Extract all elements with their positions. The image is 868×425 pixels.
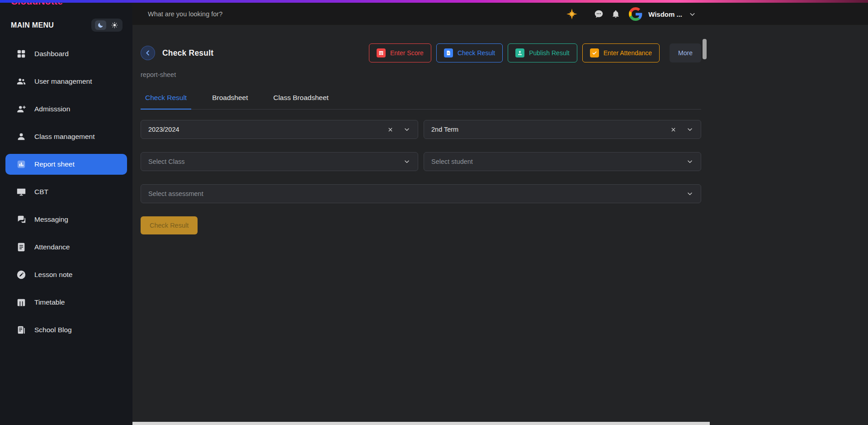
sidebar-item-user-management[interactable]: User management xyxy=(5,71,127,92)
term-select[interactable]: 2nd Term xyxy=(424,120,701,139)
person-icon xyxy=(16,132,26,142)
main-menu-label: MAIN MENU xyxy=(11,21,54,29)
check-result-button[interactable]: Check Result xyxy=(436,43,503,62)
sidebar-item-messaging[interactable]: Messaging xyxy=(5,209,127,230)
sidebar-item-admission[interactable]: Admisssion xyxy=(5,99,127,119)
tab-class-broadsheet[interactable]: Class Broadsheet xyxy=(269,94,333,110)
term-value: 2nd Term xyxy=(431,126,458,133)
sidebar-item-label: CBT xyxy=(34,188,48,196)
theme-toggle[interactable] xyxy=(91,19,123,32)
app-screen: CloudNotte MAIN MENU Dashboard xyxy=(0,0,868,425)
header: Wisdom ... xyxy=(132,3,868,25)
google-logo-icon[interactable] xyxy=(629,7,642,21)
check-result-submit-button[interactable]: Check Result xyxy=(141,216,198,234)
blog-document-icon xyxy=(16,325,26,335)
sparkle-icon[interactable] xyxy=(566,8,578,20)
sidebar-item-label: Report sheet xyxy=(34,160,75,168)
action-label: Enter Score xyxy=(390,49,424,57)
breadcrumb: report-sheet xyxy=(141,71,701,78)
vertical-scrollbar[interactable] xyxy=(703,39,707,59)
pencil-circle-icon xyxy=(16,270,26,280)
sun-icon[interactable] xyxy=(110,21,119,29)
class-placeholder: Select Class xyxy=(148,158,185,165)
person-add-icon xyxy=(16,104,26,114)
assessment-select[interactable]: Select assessment xyxy=(141,184,701,203)
sidebar-item-label: School Blog xyxy=(34,326,72,334)
page-title: Check Result xyxy=(162,48,213,58)
clear-icon[interactable] xyxy=(387,127,393,133)
bar-chart-icon xyxy=(16,159,26,169)
attendance-list-icon xyxy=(16,242,26,252)
chevron-down-icon[interactable] xyxy=(686,126,693,133)
search-input[interactable] xyxy=(148,10,338,18)
enter-score-button[interactable]: Enter Score xyxy=(369,43,431,62)
sidebar-item-label: Attendance xyxy=(34,243,70,251)
session-select[interactable]: 2023/2024 xyxy=(141,120,418,139)
dashboard-icon xyxy=(16,49,26,59)
sidebar-item-dashboard[interactable]: Dashboard xyxy=(5,43,127,64)
score-table-icon xyxy=(377,48,386,57)
sidebar-item-report-sheet[interactable]: Report sheet xyxy=(5,154,127,175)
chevron-down-icon[interactable] xyxy=(689,10,696,18)
chevron-down-icon[interactable] xyxy=(403,126,410,133)
enter-attendance-button[interactable]: Enter Attendance xyxy=(582,43,660,62)
sidebar-item-cbt[interactable]: CBT xyxy=(5,181,127,202)
sidebar-item-lesson-note[interactable]: Lesson note xyxy=(5,264,127,285)
chat-bubbles-icon xyxy=(16,215,26,224)
sidebar-menu: Dashboard User management Admisssion Cla… xyxy=(0,43,132,340)
tabs: Check Result Broadsheet Class Broadsheet xyxy=(141,94,701,110)
top-gradient-bar xyxy=(0,0,868,3)
chat-icon[interactable] xyxy=(594,10,604,19)
sidebar-item-label: Admisssion xyxy=(34,105,70,113)
chevron-down-icon[interactable] xyxy=(686,158,693,165)
session-value: 2023/2024 xyxy=(148,126,179,133)
sidebar-item-label: Class management xyxy=(34,133,95,141)
main-content: Check Result Enter Score Check Result xyxy=(132,25,868,425)
publish-result-button[interactable]: Publish Result xyxy=(508,43,577,62)
bell-icon[interactable] xyxy=(611,10,620,19)
users-icon xyxy=(16,76,26,86)
sidebar-item-class-management[interactable]: Class management xyxy=(5,126,127,147)
sidebar-item-school-blog[interactable]: School Blog xyxy=(5,320,127,340)
chevron-left-icon xyxy=(144,49,152,57)
student-select[interactable]: Select student xyxy=(424,152,701,171)
action-label: Publish Result xyxy=(529,49,570,57)
more-button[interactable]: More xyxy=(670,43,701,62)
assessment-placeholder: Select assessment xyxy=(148,190,203,197)
tab-check-result[interactable]: Check Result xyxy=(141,94,191,110)
class-select[interactable]: Select Class xyxy=(141,152,418,171)
chevron-down-icon[interactable] xyxy=(686,190,693,197)
back-button[interactable] xyxy=(141,46,155,60)
result-document-icon xyxy=(444,48,453,57)
user-name[interactable]: Wisdom ... xyxy=(648,10,682,18)
publish-upload-icon xyxy=(515,48,524,57)
table-grid-icon xyxy=(16,297,26,307)
tab-broadsheet[interactable]: Broadsheet xyxy=(208,94,252,110)
attendance-check-icon xyxy=(590,48,599,57)
chevron-down-icon[interactable] xyxy=(403,158,410,165)
sidebar-item-label: User management xyxy=(34,77,92,86)
action-label: Check Result xyxy=(458,49,495,57)
sidebar-item-attendance[interactable]: Attendance xyxy=(5,237,127,258)
sidebar: CloudNotte MAIN MENU Dashboard xyxy=(0,0,132,425)
action-label: Enter Attendance xyxy=(604,49,652,57)
student-placeholder: Select student xyxy=(431,158,473,165)
sidebar-item-label: Timetable xyxy=(34,298,65,306)
sidebar-item-label: Lesson note xyxy=(34,271,72,279)
horizontal-scrollbar[interactable] xyxy=(132,422,710,425)
monitor-icon xyxy=(16,187,26,197)
check-result-form: 2023/2024 2nd Term xyxy=(141,120,701,234)
clear-icon[interactable] xyxy=(670,127,676,133)
moon-icon[interactable] xyxy=(95,20,106,30)
sidebar-item-timetable[interactable]: Timetable xyxy=(5,292,127,313)
sidebar-item-label: Messaging xyxy=(34,215,68,224)
sidebar-item-label: Dashboard xyxy=(34,50,69,58)
